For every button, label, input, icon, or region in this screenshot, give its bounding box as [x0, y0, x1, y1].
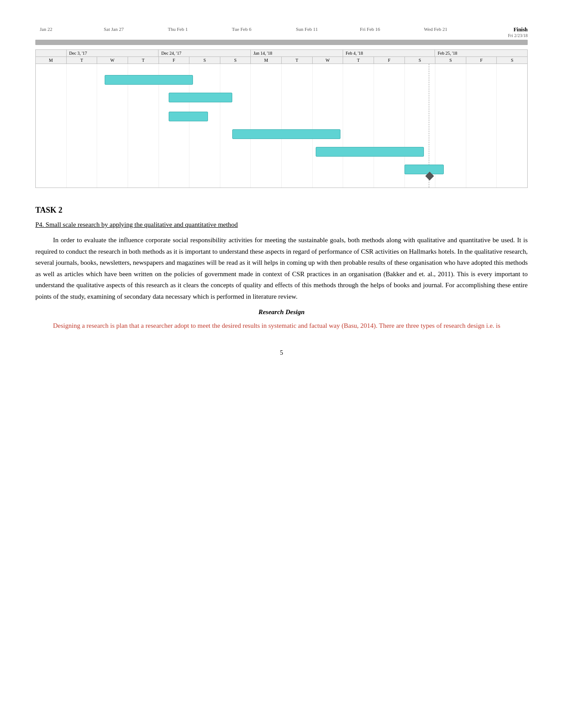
col11 — [343, 64, 374, 188]
finish-date: Fri 2/23/18 — [488, 33, 528, 38]
col16 — [497, 64, 527, 188]
day-S5: S — [497, 57, 527, 64]
top-label-feb1: Thu Feb 1 — [168, 26, 232, 32]
gantt-grid: Dec 3, '17 Dec 24, '17 Jan 14, '18 Feb 4… — [35, 49, 528, 188]
top-label-feb11: Sun Feb 11 — [296, 26, 360, 32]
day-S2: S — [220, 57, 251, 64]
gantt-section: Jan 22 Sat Jan 27 Thu Feb 1 Tue Feb 6 Su… — [35, 26, 528, 188]
day-header-row: M T W T F S S M T W T F S S F S — [36, 57, 527, 64]
task2-paragraph2: Designing a research is plan that a rese… — [35, 320, 528, 332]
day-S3: S — [405, 57, 436, 64]
day-W1: W — [97, 57, 128, 64]
day-M2: M — [251, 57, 282, 64]
finish-title: Finish — [488, 26, 528, 33]
col15 — [466, 64, 497, 188]
day-F2: F — [374, 57, 405, 64]
day-T2: T — [128, 57, 159, 64]
day-W2: W — [313, 57, 344, 64]
page-number: 5 — [35, 349, 528, 356]
day-M1: M — [36, 57, 67, 64]
gantt-bar-4 — [232, 129, 340, 139]
day-F3: F — [466, 57, 497, 64]
col12 — [374, 64, 405, 188]
period-feb4: Feb 4, '18 — [343, 50, 435, 56]
task2-subtitle: P4. Small scale research by applying the… — [35, 221, 528, 229]
gantt-bar-3 — [169, 112, 208, 121]
task2-section: TASK 2 P4. Small scale research by apply… — [35, 206, 528, 332]
gantt-bar-2 — [169, 93, 233, 102]
period-blank — [36, 50, 67, 56]
task2-paragraph1: In order to evaluate the influence corpo… — [35, 235, 528, 302]
gantt-bar-6 — [404, 165, 444, 174]
col10 — [313, 64, 344, 188]
task2-title: TASK 2 — [35, 206, 528, 215]
day-S4: S — [435, 57, 466, 64]
top-label-feb21: Wed Feb 21 — [424, 26, 488, 32]
day-F1: F — [159, 57, 190, 64]
col9 — [282, 64, 313, 188]
col8 — [251, 64, 282, 188]
top-timeline: Jan 22 Sat Jan 27 Thu Feb 1 Tue Feb 6 Su… — [40, 26, 488, 32]
top-label-feb6: Tue Feb 6 — [232, 26, 296, 32]
day-T3: T — [282, 57, 313, 64]
col7 — [220, 64, 251, 188]
gantt-bar-5 — [316, 147, 424, 157]
day-T1: T — [67, 57, 98, 64]
gantt-bar-1 — [105, 75, 193, 85]
day-T4: T — [343, 57, 374, 64]
col2 — [67, 64, 98, 188]
top-label-jan22: Jan 22 — [40, 26, 104, 32]
top-label-jan27: Sat Jan 27 — [104, 26, 168, 32]
col6 — [189, 64, 220, 188]
top-label-feb16: Fri Feb 16 — [360, 26, 424, 32]
period-dec24: Dec 24, '17 — [159, 50, 251, 56]
research-design-heading: Research Design — [35, 308, 528, 316]
finish-block: Finish Fri 2/23/18 — [488, 26, 528, 38]
period-jan14: Jan 14, '18 — [251, 50, 343, 56]
period-dec3: Dec 3, '17 — [67, 50, 159, 56]
col1 — [36, 64, 67, 188]
period-feb25: Feb 25, '18 — [435, 50, 527, 56]
gantt-body — [36, 64, 527, 188]
period-header-row: Dec 3, '17 Dec 24, '17 Jan 14, '18 Feb 4… — [36, 50, 527, 57]
day-S1: S — [189, 57, 220, 64]
gantt-progress-bar — [35, 40, 528, 45]
